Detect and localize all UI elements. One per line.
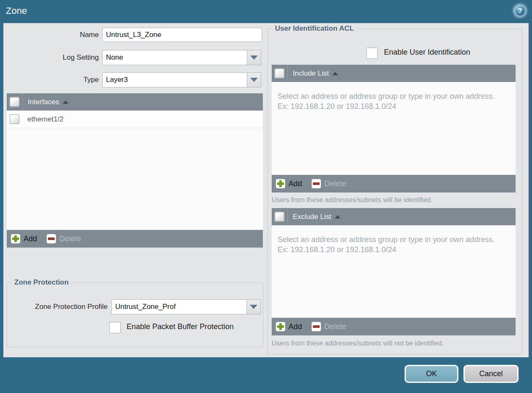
exclude-list-table: Exclude List Select an address or addres…	[272, 208, 516, 335]
plus-icon	[11, 234, 21, 244]
exclude-list-body[interactable]: Select an address or address group or ty…	[272, 225, 516, 318]
exclude-list-footer: Add Delete	[272, 318, 516, 335]
add-include-address-button[interactable]: Add	[275, 179, 302, 189]
interfaces-table-body: ethernet1/2	[7, 111, 263, 230]
interfaces-select-all-checkbox[interactable]	[10, 97, 19, 107]
delete-include-address-button[interactable]: Delete	[311, 179, 346, 189]
name-label: Name	[3, 28, 99, 42]
enable-user-identification-label: Enable User Identification	[384, 48, 470, 57]
add-interface-button[interactable]: Add	[11, 234, 37, 244]
include-list-header: Include List	[272, 65, 516, 82]
minus-icon	[311, 322, 321, 332]
interfaces-table-header: Interfaces	[7, 93, 263, 111]
include-list-placeholder: Select an address or address group or ty…	[278, 91, 500, 111]
chevron-down-icon	[250, 55, 258, 60]
zone-protection-profile-input[interactable]	[111, 299, 247, 314]
include-list-caption: Users from these addresses/subnets will …	[272, 196, 432, 204]
type-input[interactable]	[102, 72, 247, 87]
include-select-all-checkbox[interactable]	[275, 69, 284, 78]
type-label: Type	[3, 73, 99, 87]
zone-protection-legend: Zone Protection	[11, 278, 71, 287]
packet-buffer-protection-label: Enable Packet Buffer Protection	[127, 322, 234, 331]
sort-ascending-icon	[63, 100, 69, 104]
packet-buffer-protection-checkbox[interactable]	[109, 322, 121, 333]
enable-user-identification-checkbox[interactable]	[366, 47, 378, 59]
exclude-list-column-header[interactable]: Exclude List	[293, 213, 331, 221]
user-identification-acl-legend: User Identification ACL	[272, 24, 357, 33]
dialog-titlebar: Zone ?	[0, 0, 532, 23]
dialog-body: Name Log Setting Type Interfaces etherne…	[3, 23, 529, 357]
log-setting-input[interactable]	[102, 50, 247, 65]
minus-icon	[311, 179, 321, 189]
user-identification-acl-section: User Identification ACL Enable User Iden…	[267, 29, 522, 354]
log-setting-dropdown-button[interactable]	[247, 50, 261, 65]
type-dropdown-button[interactable]	[247, 72, 261, 87]
help-icon[interactable]: ?	[514, 5, 526, 16]
include-list-footer: Add Delete	[272, 175, 516, 193]
plus-icon	[275, 179, 286, 189]
include-list-column-header[interactable]: Include List	[293, 69, 329, 78]
minus-icon	[46, 234, 56, 244]
exclude-list-caption: Users from these addresses/subnets will …	[272, 340, 444, 347]
exclude-list-header: Exclude List	[272, 208, 516, 225]
sort-ascending-icon	[335, 215, 341, 219]
name-input[interactable]	[102, 28, 262, 42]
chevron-down-icon	[250, 78, 258, 82]
zone-protection-section: Zone Protection Zone Protection Profile …	[7, 282, 263, 347]
sort-ascending-icon	[332, 72, 338, 75]
page-title: Zone	[6, 0, 27, 22]
chevron-down-icon	[250, 305, 257, 309]
ok-button[interactable]: OK	[405, 365, 458, 383]
interfaces-column-header[interactable]: Interfaces	[28, 98, 59, 106]
include-list-body[interactable]: Select an address or address group or ty…	[272, 82, 516, 175]
exclude-list-placeholder: Select an address or address group or ty…	[278, 235, 500, 255]
interface-name: ethernet1/2	[27, 115, 64, 124]
interfaces-table: Interfaces ethernet1/2 Add Delete	[7, 93, 263, 248]
cancel-button[interactable]: Cancel	[463, 365, 519, 383]
log-setting-label: Log Setting	[3, 50, 99, 65]
include-list-table: Include List Select an address or addres…	[272, 65, 516, 193]
exclude-select-all-checkbox[interactable]	[275, 212, 284, 222]
delete-interface-button[interactable]: Delete	[46, 234, 81, 244]
zone-protection-profile-dropdown-button[interactable]	[247, 299, 261, 314]
zone-dialog: Zone ? Name Log Setting Type Interfaces	[0, 0, 532, 393]
table-row[interactable]: ethernet1/2	[7, 111, 263, 128]
add-exclude-address-button[interactable]: Add	[275, 322, 302, 332]
row-checkbox[interactable]	[10, 114, 19, 124]
interfaces-table-footer: Add Delete	[7, 230, 263, 248]
zone-protection-profile-label: Zone Protection Profile	[13, 300, 108, 314]
plus-icon	[275, 322, 286, 332]
delete-exclude-address-button[interactable]: Delete	[311, 322, 346, 332]
